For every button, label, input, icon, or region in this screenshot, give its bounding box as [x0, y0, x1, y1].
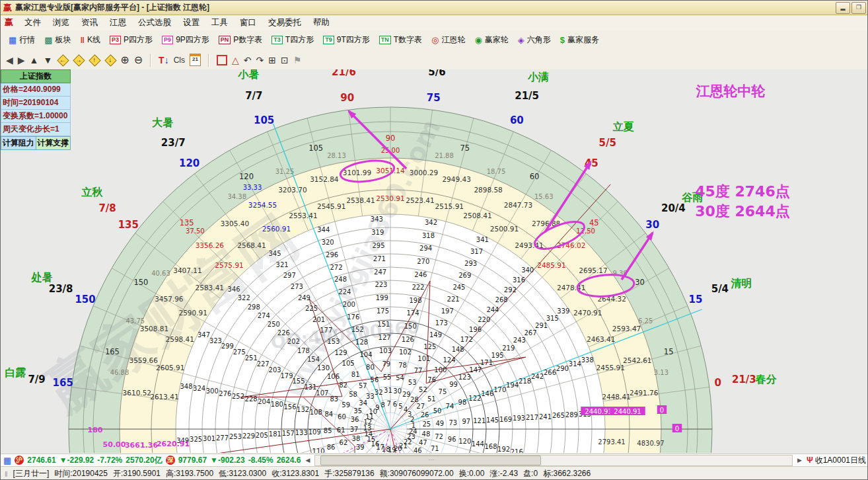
svg-text:31.25: 31.25 — [275, 168, 295, 175]
svg-text:132: 132 — [297, 406, 309, 413]
svg-text:135: 135 — [180, 218, 194, 227]
pan-down-button[interactable]: ▼ — [43, 54, 52, 67]
toolbar-button-7[interactable]: T99T四方形 — [319, 33, 374, 47]
zoom-out-icon[interactable]: ⊖ — [134, 54, 143, 67]
menu-formula-stockpick[interactable]: 公式选股 — [132, 15, 177, 30]
svg-text:2613.41: 2613.41 — [150, 393, 178, 401]
toolbar-button-11[interactable]: ◈六角形 — [514, 33, 555, 47]
calc-resistance-button[interactable]: 计算阻力 — [1, 136, 36, 150]
svg-text:247: 247 — [374, 268, 386, 276]
menu-browse[interactable]: 浏览 — [47, 15, 75, 30]
T四方形-icon: T3 — [271, 36, 283, 44]
shenzhen-badge: 深 — [166, 456, 175, 465]
calendar-icon[interactable]: 21 — [190, 54, 201, 66]
scroll-left-arrow[interactable]: ◀ — [304, 457, 311, 463]
menu-help[interactable]: 帮助 — [307, 15, 336, 30]
resize-grip: ‖ — [5, 470, 8, 478]
toolbar-button-8[interactable]: TNT数字表 — [375, 33, 426, 47]
toolbar-button-label: P数字表 — [233, 34, 262, 46]
svg-text:37: 37 — [350, 426, 359, 433]
svg-text:243: 243 — [513, 337, 526, 344]
svg-text:73: 73 — [449, 419, 457, 426]
menu-trade[interactable]: 交易委托 — [262, 15, 307, 30]
gann-wheel-chart[interactable]: 1234567891011121314151617181920212223242… — [1, 69, 868, 453]
rotate-left-button[interactable]: ← — [57, 54, 68, 65]
svg-text:76: 76 — [427, 376, 436, 383]
menu-gann[interactable]: 江恩 — [104, 15, 132, 30]
svg-text:181: 181 — [269, 430, 281, 438]
pan-left-button[interactable]: ◀ — [6, 54, 13, 67]
quote-grid-icon[interactable]: ▦ — [3, 456, 11, 465]
svg-text:3152.84: 3152.84 — [310, 175, 339, 183]
rotate-ccw-button[interactable]: ↶ — [244, 54, 252, 67]
svg-text:3203.70: 3203.70 — [278, 186, 307, 194]
toolbar-separator — [208, 54, 209, 67]
pin-button[interactable]: ⚑ — [293, 54, 302, 67]
svg-text:172: 172 — [460, 336, 473, 343]
menu-news[interactable]: 资讯 — [75, 15, 104, 30]
menu-tools[interactable]: 工具 — [205, 15, 234, 30]
toolbar-button-9[interactable]: ◎江恩轮 — [427, 33, 469, 47]
toolbar-button-3[interactable]: P3P四方形 — [106, 33, 157, 47]
pan-right-button[interactable]: ▶ — [18, 54, 25, 67]
scrollbar-thumb[interactable]: ⋯ — [320, 456, 541, 465]
svg-text:5/5: 5/5 — [599, 137, 616, 149]
六角形-icon: ◈ — [518, 35, 524, 45]
rotate-cw-button[interactable]: ↷ — [256, 54, 264, 67]
menu-settings[interactable]: 设置 — [177, 15, 205, 30]
svg-text:323: 323 — [209, 337, 222, 344]
toolbar-button-label: 板块 — [55, 34, 71, 46]
rotate-up-button[interactable]: ↑ — [89, 54, 100, 65]
menu-file[interactable]: 文件 — [18, 15, 47, 30]
svg-text:252: 252 — [232, 393, 244, 400]
rotate-right-button[interactable]: → — [73, 54, 84, 65]
svg-text:121: 121 — [473, 417, 486, 424]
calc-support-button[interactable]: 计算支撑 — [36, 136, 71, 150]
toolbar-button-2[interactable]: ‖K线 — [77, 33, 104, 47]
bar-close: 收:3123.8301 — [271, 468, 319, 479]
cls-button[interactable]: Cls — [174, 54, 185, 67]
rotate-down-button[interactable]: ↓ — [104, 54, 116, 65]
svg-text:15: 15 — [689, 294, 703, 305]
svg-text:270: 270 — [417, 258, 429, 265]
svg-text:291: 291 — [535, 322, 548, 329]
svg-text:49: 49 — [435, 420, 444, 427]
shrink-button[interactable]: ⊡ — [281, 54, 289, 67]
restore-button[interactable]: ❐ — [851, 2, 866, 14]
svg-text:104: 104 — [359, 351, 372, 358]
svg-text:55: 55 — [383, 374, 392, 381]
zoom-in-icon[interactable]: ⊕ — [120, 54, 129, 67]
horizontal-scrollbar[interactable]: ⋯ — [314, 455, 793, 466]
svg-text:59: 59 — [342, 401, 350, 409]
menu-window[interactable]: 窗口 — [234, 15, 262, 30]
minimize-button[interactable]: ▂ — [836, 2, 850, 14]
toolbar-button-4[interactable]: P99P四方形 — [158, 33, 213, 47]
toolbar-button-12[interactable]: $赢家服务 — [556, 33, 603, 47]
toolbar-button-10[interactable]: ◉赢家轮 — [470, 33, 512, 47]
pan-up-button[interactable]: ▲ — [30, 54, 39, 67]
t-chart-button[interactable]: T↓ — [159, 54, 169, 67]
toolbar-button-5[interactable]: PNP数字表 — [215, 33, 267, 47]
svg-text:0: 0 — [715, 377, 721, 389]
svg-text:146: 146 — [481, 390, 493, 397]
expand-button[interactable]: ⊞ — [268, 54, 276, 67]
svg-text:205: 205 — [256, 432, 268, 439]
scroll-right-arrow[interactable]: ▶ — [796, 457, 803, 463]
svg-text:180: 180 — [88, 426, 103, 434]
svg-text:289: 289 — [565, 411, 578, 419]
triangle-tool-button[interactable]: △ — [232, 54, 239, 67]
toolbar-button-6[interactable]: T3T四方形 — [268, 33, 318, 47]
window-title: 赢家江恩专业版[赢家内部服务平台] - [上证指数 江恩轮] — [15, 2, 209, 13]
svg-text:129: 129 — [334, 349, 347, 356]
detail-status-bar: ‖ [三月廿一] 时间:20190425 开:3190.5901 高:3193.… — [1, 466, 868, 480]
bar-open: 开:3190.5901 — [113, 468, 161, 479]
svg-text:30度 2644点: 30度 2644点 — [695, 203, 790, 220]
toolbar-button-0[interactable]: ▦行情 — [5, 33, 39, 47]
svg-text:342: 342 — [425, 219, 437, 226]
svg-text:白露: 白露 — [5, 366, 26, 379]
svg-text:58: 58 — [349, 391, 357, 398]
square-tool-button[interactable] — [217, 55, 227, 65]
svg-text:50: 50 — [433, 407, 442, 415]
svg-text:316: 316 — [513, 276, 525, 284]
toolbar-button-1[interactable]: ▩板块 — [40, 33, 75, 47]
